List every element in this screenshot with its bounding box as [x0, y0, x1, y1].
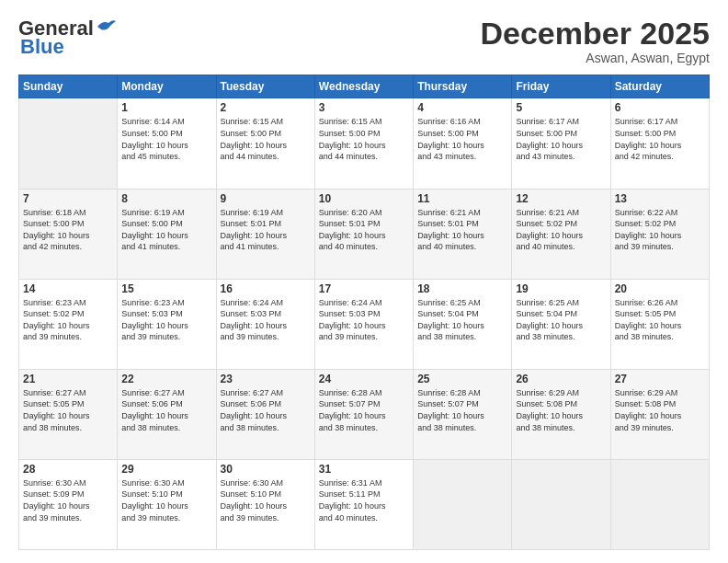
day-info: Sunrise: 6:18 AM Sunset: 5:00 PM Dayligh… [23, 207, 113, 253]
week-row-4: 21Sunrise: 6:27 AM Sunset: 5:05 PM Dayli… [19, 369, 710, 459]
calendar-cell: 6Sunrise: 6:17 AM Sunset: 5:00 PM Daylig… [610, 98, 709, 189]
day-number: 25 [417, 373, 507, 385]
header-day-sunday: Sunday [19, 75, 118, 98]
week-row-3: 14Sunrise: 6:23 AM Sunset: 5:02 PM Dayli… [19, 279, 710, 369]
calendar-cell: 13Sunrise: 6:22 AM Sunset: 5:02 PM Dayli… [610, 189, 709, 279]
calendar-cell: 27Sunrise: 6:29 AM Sunset: 5:08 PM Dayli… [610, 369, 709, 459]
day-info: Sunrise: 6:23 AM Sunset: 5:03 PM Dayligh… [121, 297, 211, 343]
calendar-cell: 10Sunrise: 6:20 AM Sunset: 5:01 PM Dayli… [314, 189, 413, 279]
day-number: 9 [221, 192, 311, 205]
day-info: Sunrise: 6:21 AM Sunset: 5:01 PM Dayligh… [417, 207, 507, 253]
calendar-cell: 2Sunrise: 6:15 AM Sunset: 5:00 PM Daylig… [216, 98, 314, 189]
day-number: 6 [615, 101, 705, 114]
day-number: 12 [516, 192, 606, 205]
header-day-wednesday: Wednesday [314, 75, 413, 98]
day-info: Sunrise: 6:17 AM Sunset: 5:00 PM Dayligh… [516, 116, 606, 162]
logo-blue: Blue [20, 35, 64, 59]
main-title: December 2025 [480, 17, 710, 51]
calendar-cell: 15Sunrise: 6:23 AM Sunset: 5:03 PM Dayli… [118, 279, 216, 369]
day-number: 2 [221, 101, 311, 114]
day-number: 1 [121, 101, 211, 114]
day-number: 10 [319, 192, 409, 205]
day-info: Sunrise: 6:30 AM Sunset: 5:10 PM Dayligh… [221, 477, 311, 523]
calendar-cell: 19Sunrise: 6:25 AM Sunset: 5:04 PM Dayli… [512, 279, 610, 369]
day-info: Sunrise: 6:27 AM Sunset: 5:06 PM Dayligh… [121, 387, 211, 433]
calendar-cell: 23Sunrise: 6:27 AM Sunset: 5:06 PM Dayli… [216, 369, 314, 459]
calendar-cell: 22Sunrise: 6:27 AM Sunset: 5:06 PM Dayli… [118, 369, 216, 459]
calendar-cell: 28Sunrise: 6:30 AM Sunset: 5:09 PM Dayli… [19, 459, 118, 549]
day-info: Sunrise: 6:27 AM Sunset: 5:05 PM Dayligh… [23, 387, 113, 433]
calendar-cell: 17Sunrise: 6:24 AM Sunset: 5:03 PM Dayli… [314, 279, 413, 369]
day-number: 24 [319, 373, 409, 385]
day-number: 27 [615, 373, 705, 385]
calendar-cell: 24Sunrise: 6:28 AM Sunset: 5:07 PM Dayli… [314, 369, 413, 459]
calendar-cell: 14Sunrise: 6:23 AM Sunset: 5:02 PM Dayli… [19, 279, 118, 369]
day-number: 16 [221, 282, 311, 295]
day-number: 30 [221, 463, 311, 476]
day-number: 8 [121, 192, 211, 205]
logo-bird-icon [96, 18, 116, 35]
day-number: 21 [23, 373, 113, 385]
day-number: 29 [121, 463, 211, 476]
day-info: Sunrise: 6:24 AM Sunset: 5:03 PM Dayligh… [221, 297, 311, 343]
day-number: 18 [417, 282, 507, 295]
header-day-friday: Friday [512, 75, 610, 98]
day-number: 22 [121, 373, 211, 385]
header: General Blue December 2025 Aswan, Aswan,… [18, 17, 710, 65]
calendar-cell: 26Sunrise: 6:29 AM Sunset: 5:08 PM Dayli… [512, 369, 610, 459]
day-info: Sunrise: 6:22 AM Sunset: 5:02 PM Dayligh… [615, 207, 705, 253]
day-info: Sunrise: 6:19 AM Sunset: 5:01 PM Dayligh… [221, 207, 311, 253]
day-info: Sunrise: 6:30 AM Sunset: 5:09 PM Dayligh… [23, 477, 113, 523]
header-day-tuesday: Tuesday [216, 75, 314, 98]
calendar-cell: 7Sunrise: 6:18 AM Sunset: 5:00 PM Daylig… [19, 189, 118, 279]
day-info: Sunrise: 6:25 AM Sunset: 5:04 PM Dayligh… [417, 297, 507, 343]
subtitle: Aswan, Aswan, Egypt [480, 51, 710, 65]
day-number: 4 [417, 101, 507, 114]
day-info: Sunrise: 6:23 AM Sunset: 5:02 PM Dayligh… [23, 297, 113, 343]
day-number: 3 [319, 101, 409, 114]
day-info: Sunrise: 6:28 AM Sunset: 5:07 PM Dayligh… [417, 387, 507, 433]
calendar-table: SundayMondayTuesdayWednesdayThursdayFrid… [18, 75, 710, 550]
logo: General Blue [18, 17, 116, 59]
day-number: 13 [615, 192, 705, 205]
week-row-2: 7Sunrise: 6:18 AM Sunset: 5:00 PM Daylig… [19, 189, 710, 279]
day-info: Sunrise: 6:21 AM Sunset: 5:02 PM Dayligh… [516, 207, 606, 253]
calendar-cell: 29Sunrise: 6:30 AM Sunset: 5:10 PM Dayli… [118, 459, 216, 549]
day-number: 20 [615, 282, 705, 295]
calendar-cell: 4Sunrise: 6:16 AM Sunset: 5:00 PM Daylig… [414, 98, 512, 189]
header-row: SundayMondayTuesdayWednesdayThursdayFrid… [19, 75, 710, 98]
day-number: 11 [417, 192, 507, 205]
calendar-cell: 3Sunrise: 6:15 AM Sunset: 5:00 PM Daylig… [314, 98, 413, 189]
day-number: 5 [516, 101, 606, 114]
calendar-cell [19, 98, 118, 189]
day-info: Sunrise: 6:19 AM Sunset: 5:00 PM Dayligh… [121, 207, 211, 253]
day-number: 17 [319, 282, 409, 295]
day-number: 28 [23, 463, 113, 476]
calendar-cell: 21Sunrise: 6:27 AM Sunset: 5:05 PM Dayli… [19, 369, 118, 459]
calendar-cell: 18Sunrise: 6:25 AM Sunset: 5:04 PM Dayli… [414, 279, 512, 369]
header-day-saturday: Saturday [610, 75, 709, 98]
calendar-cell [512, 459, 610, 549]
day-info: Sunrise: 6:31 AM Sunset: 5:11 PM Dayligh… [319, 477, 409, 523]
day-info: Sunrise: 6:29 AM Sunset: 5:08 PM Dayligh… [516, 387, 606, 433]
day-info: Sunrise: 6:30 AM Sunset: 5:10 PM Dayligh… [121, 477, 211, 523]
day-info: Sunrise: 6:15 AM Sunset: 5:00 PM Dayligh… [319, 116, 409, 162]
day-number: 7 [23, 192, 113, 205]
header-day-monday: Monday [118, 75, 216, 98]
day-info: Sunrise: 6:17 AM Sunset: 5:00 PM Dayligh… [615, 116, 705, 162]
day-number: 15 [121, 282, 211, 295]
day-number: 26 [516, 373, 606, 385]
day-info: Sunrise: 6:14 AM Sunset: 5:00 PM Dayligh… [121, 116, 211, 162]
day-info: Sunrise: 6:16 AM Sunset: 5:00 PM Dayligh… [417, 116, 507, 162]
calendar-cell: 12Sunrise: 6:21 AM Sunset: 5:02 PM Dayli… [512, 189, 610, 279]
calendar-cell: 20Sunrise: 6:26 AM Sunset: 5:05 PM Dayli… [610, 279, 709, 369]
calendar-cell: 8Sunrise: 6:19 AM Sunset: 5:00 PM Daylig… [118, 189, 216, 279]
week-row-5: 28Sunrise: 6:30 AM Sunset: 5:09 PM Dayli… [19, 459, 710, 549]
calendar-cell [414, 459, 512, 549]
day-info: Sunrise: 6:25 AM Sunset: 5:04 PM Dayligh… [516, 297, 606, 343]
title-block: December 2025 Aswan, Aswan, Egypt [480, 17, 710, 65]
calendar-cell: 31Sunrise: 6:31 AM Sunset: 5:11 PM Dayli… [314, 459, 413, 549]
day-info: Sunrise: 6:29 AM Sunset: 5:08 PM Dayligh… [615, 387, 705, 433]
calendar-cell: 25Sunrise: 6:28 AM Sunset: 5:07 PM Dayli… [414, 369, 512, 459]
calendar-cell: 16Sunrise: 6:24 AM Sunset: 5:03 PM Dayli… [216, 279, 314, 369]
